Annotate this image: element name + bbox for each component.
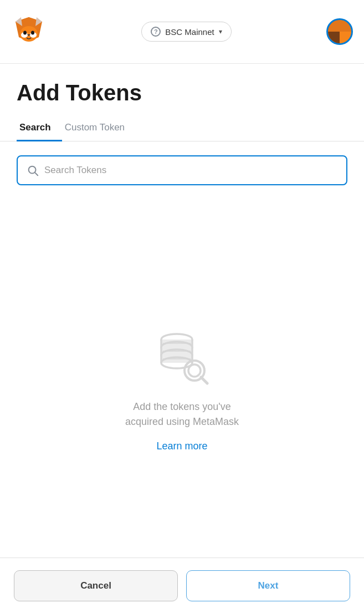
svg-line-31 (201, 377, 207, 383)
empty-state: Add the tokens you'veacquired using Meta… (0, 221, 364, 558)
svg-line-12 (35, 173, 38, 175)
header: ? BSC Mainnet ▾ (0, 0, 364, 64)
network-selector[interactable]: ? BSC Mainnet ▾ (141, 22, 231, 42)
footer: Cancel Next (0, 558, 364, 613)
chevron-down-icon: ▾ (219, 28, 222, 36)
avatar[interactable] (326, 18, 353, 45)
learn-more-link[interactable]: Learn more (156, 440, 207, 452)
tabs-container: Search Custom Token (0, 116, 364, 141)
empty-state-text: Add the tokens you'veacquired using Meta… (125, 399, 239, 429)
search-input[interactable] (44, 165, 337, 176)
network-name: BSC Mainnet (165, 27, 214, 37)
search-area (0, 141, 364, 199)
svg-point-8 (23, 31, 27, 35)
search-box (17, 155, 347, 185)
tab-search[interactable]: Search (17, 116, 62, 141)
main-content: Add Tokens Search Custom Token (0, 64, 364, 558)
network-help-icon: ? (151, 27, 161, 37)
metamask-logo (11, 14, 47, 49)
db-search-icon (152, 327, 213, 388)
page-title: Add Tokens (0, 64, 364, 116)
next-button[interactable]: Next (186, 570, 350, 601)
cancel-button[interactable]: Cancel (14, 570, 178, 601)
search-icon (27, 164, 39, 176)
svg-point-30 (188, 364, 201, 377)
tab-custom-token[interactable]: Custom Token (62, 116, 136, 141)
svg-point-9 (31, 31, 34, 35)
